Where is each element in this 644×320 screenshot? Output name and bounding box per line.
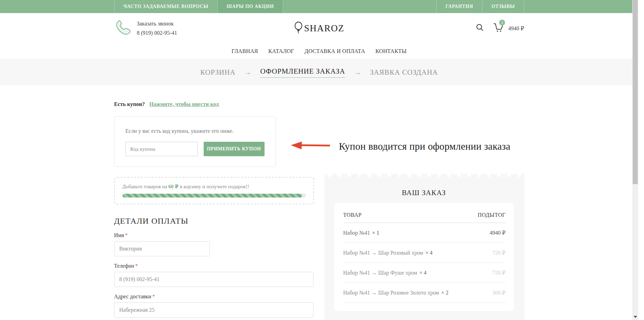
nav-item-delivery[interactable]: ДОСТАВКА И ОПЛАТА <box>304 48 365 54</box>
topbar-item-warranty[interactable]: ГАРАНТИЯ <box>436 0 482 13</box>
gift-progress-banner: Добавьте товаров на 60 ₽ в корзину и пол… <box>114 177 314 204</box>
callback-label[interactable]: Заказать звонок <box>137 19 177 28</box>
site-header: Заказать звонок 8 (919) 002-95-41 SHAROZ <box>0 13 638 43</box>
nav-item-contacts[interactable]: КОНТАКТЫ <box>375 48 407 54</box>
top-utility-bar: ЧАСТО ЗАДАВАЕМЫЕ ВОПРОСЫ ШАРЫ ПО АКЦИИ Г… <box>0 0 638 13</box>
gift-amount: 60 ₽ <box>169 184 179 189</box>
step-order-created: ЗАЯВКА СОЗДАНА <box>370 68 438 77</box>
gift-progress-track <box>122 194 306 198</box>
logo[interactable]: SHAROZ <box>294 21 344 35</box>
order-row: Набор №41 → Шар Розовый хром× 4 720 ₽ <box>343 243 506 263</box>
cart-total: 4940 ₽ <box>508 25 524 32</box>
header-phone-number[interactable]: 8 (919) 002-95-41 <box>137 28 177 38</box>
required-asterisk: * <box>135 263 138 269</box>
name-field[interactable] <box>114 241 210 256</box>
step-checkout-current: ОФОРМЛЕНИЕ ЗАКАЗА <box>260 67 345 78</box>
balloon-logo-icon <box>294 21 303 35</box>
required-asterisk: * <box>125 232 128 238</box>
order-row: Набор №41 → Шар Розовое Золото хром× 2 3… <box>343 283 506 303</box>
topbar-item-reviews[interactable]: ОТЗЫВЫ <box>482 0 524 13</box>
address-field[interactable] <box>114 302 313 318</box>
address-field-label: Адрес доставки <box>114 294 151 299</box>
order-item-qty: × 4 <box>425 250 432 256</box>
order-col-product: ТОВАР <box>343 212 362 218</box>
topbar-item-sale-balloons[interactable]: ШАРЫ ПО АКЦИИ <box>217 0 283 13</box>
billing-details-title: ДЕТАЛИ ОПЛАТЫ <box>114 216 314 226</box>
phone-icon <box>114 19 131 37</box>
nav-item-home[interactable]: ГЛАВНАЯ <box>232 48 258 54</box>
gift-text-before: Добавьте товаров на <box>122 184 169 189</box>
order-item-price: 720 ₽ <box>492 249 505 256</box>
callback-block[interactable]: Заказать звонок 8 (919) 002-95-41 <box>114 19 177 38</box>
topbar-left-group: ЧАСТО ЗАДАВАЕМЫЕ ВОПРОСЫ ШАРЫ ПО АКЦИИ <box>114 0 283 13</box>
topbar-right-group: ГАРАНТИЯ ОТЗЫВЫ <box>436 0 524 13</box>
coupon-toggle-link[interactable]: Нажмите, чтобы ввести код <box>149 101 219 107</box>
order-item-name: Набор №41 → Шар Розовый хром <box>343 250 423 256</box>
step-separator-icon: → <box>354 68 361 76</box>
order-item-price: 360 ₽ <box>492 289 505 296</box>
scrollbar-thumb[interactable] <box>633 0 638 184</box>
order-summary-panel: ВАШ ЗАКАЗ ТОВАР ПОДЫТОГ Набор №41× 1 494… <box>324 174 524 320</box>
order-item-qty: × 4 <box>419 270 427 276</box>
search-icon[interactable] <box>476 23 484 33</box>
gift-progress-fill <box>122 194 302 198</box>
coupon-form: Если у вас есть код купона, укажите его … <box>114 116 276 167</box>
cart-count-badge: 1 <box>499 20 505 25</box>
page-scrollbar[interactable] <box>632 0 638 320</box>
gift-text-after: в корзину и получите подарок!! <box>179 184 249 189</box>
order-col-subtotal: ПОДЫТОГ <box>477 212 505 218</box>
main-content: Есть купон? Нажмите, чтобы ввести код Ес… <box>114 101 524 320</box>
order-item-price: 4940 ₽ <box>490 230 505 236</box>
order-table: ТОВАР ПОДЫТОГ Набор №41× 1 4940 ₽ Набор … <box>334 203 514 311</box>
order-item-qty: × 1 <box>372 230 379 236</box>
order-row: Набор №41× 1 4940 ₽ <box>343 223 506 243</box>
order-item-price: 720 ₽ <box>492 269 505 276</box>
cart-button[interactable]: 1 4940 ₽ <box>493 23 524 34</box>
receipt-scallop-edge <box>324 174 524 178</box>
order-row: Набор №41 → Шар Фуше хром× 4 720 ₽ <box>343 263 506 283</box>
nav-item-catalog[interactable]: КАТАЛОГ <box>268 48 294 54</box>
phone-field[interactable] <box>114 272 313 287</box>
logo-text: SHAROZ <box>304 23 344 34</box>
step-cart[interactable]: КОРЗИНА <box>200 68 235 77</box>
coupon-hint: Если у вас есть код купона, укажите его … <box>126 128 265 134</box>
topbar-item-faq[interactable]: ЧАСТО ЗАДАВАЕМЫЕ ВОПРОСЫ <box>114 0 217 13</box>
coupon-question-label: Есть купон? <box>114 101 145 107</box>
order-item-name: Набор №41 <box>343 230 370 236</box>
order-item-name: Набор №41 → Шар Розовое Золото хром <box>343 290 439 296</box>
order-item-name: Набор №41 → Шар Фуше хром <box>343 270 417 276</box>
step-separator-icon: → <box>244 68 251 76</box>
order-summary-title: ВАШ ЗАКАЗ <box>334 189 514 197</box>
coupon-code-input[interactable] <box>126 142 198 156</box>
checkout-page: ЧАСТО ЗАДАВАЕМЫЕ ВОПРОСЫ ШАРЫ ПО АКЦИИ Г… <box>0 0 638 320</box>
name-field-label: Имя <box>114 232 124 238</box>
phone-field-label: Телефон <box>114 263 134 269</box>
scrollbar-down-arrow-icon[interactable] <box>634 316 637 318</box>
checkout-steps: КОРЗИНА → ОФОРМЛЕНИЕ ЗАКАЗА → ЗАЯВКА СОЗ… <box>0 60 638 85</box>
main-nav: ГЛАВНАЯ КАТАЛОГ ДОСТАВКА И ОПЛАТА КОНТАК… <box>0 43 638 60</box>
order-item-qty: × 2 <box>441 290 448 296</box>
apply-coupon-button[interactable]: ПРИМЕНИТЬ КУПОН <box>204 142 265 156</box>
required-asterisk: * <box>152 294 155 299</box>
